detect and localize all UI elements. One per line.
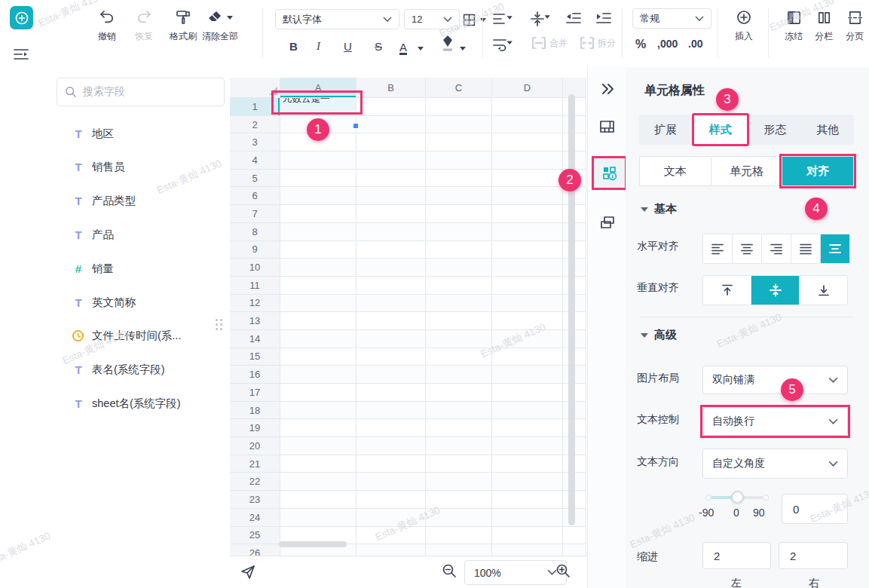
percent-format-button[interactable]: % (635, 38, 646, 51)
table-settings-icon[interactable] (598, 118, 616, 135)
horizontal-scrollbar[interactable] (279, 541, 347, 547)
valign-bottom-button[interactable] (800, 276, 847, 305)
cell[interactable] (492, 187, 563, 205)
field-item[interactable]: T产品类型 (43, 185, 230, 218)
row-header-7[interactable]: 7 (230, 205, 280, 223)
cell[interactable] (356, 455, 426, 473)
cell[interactable] (492, 491, 563, 509)
cell[interactable] (356, 187, 426, 205)
cell[interactable] (356, 98, 426, 116)
row-header-6[interactable]: 6 (230, 187, 280, 205)
cell[interactable] (280, 259, 356, 277)
font-color-button[interactable]: A (399, 35, 407, 55)
clear-all-button[interactable]: 清除全部 (197, 8, 243, 43)
column-header-C[interactable]: C (426, 78, 492, 98)
cell[interactable] (280, 205, 356, 223)
cell[interactable] (426, 223, 492, 241)
cell[interactable] (280, 295, 356, 313)
cell[interactable] (492, 366, 563, 384)
cell[interactable] (426, 133, 492, 152)
valign-top-button[interactable] (703, 276, 751, 305)
row-header-17[interactable]: 17 (230, 384, 280, 402)
underline-button[interactable]: U (344, 35, 352, 53)
cell[interactable] (280, 348, 356, 366)
field-item[interactable]: T英文简称 (43, 286, 230, 319)
cell[interactable] (563, 527, 586, 545)
cell[interactable] (492, 384, 563, 402)
cell[interactable] (356, 277, 426, 295)
row-header-14[interactable]: 14 (230, 330, 280, 348)
cell[interactable] (492, 312, 563, 330)
cell[interactable] (492, 295, 563, 313)
field-item[interactable]: 文件上传时间(系... (43, 320, 230, 353)
row-header-2[interactable]: 2 (230, 116, 280, 134)
cell[interactable] (426, 509, 492, 527)
freeze-button[interactable]: 冻结 (777, 8, 810, 43)
thousands-format-button[interactable]: ,000 (657, 38, 678, 50)
cell[interactable] (426, 384, 492, 402)
collapse-panel-button[interactable] (600, 82, 615, 96)
select-all-corner[interactable] (230, 78, 280, 98)
row-header-4[interactable]: 4 (230, 152, 280, 170)
cell[interactable] (356, 205, 426, 223)
column-header-B[interactable]: B (356, 78, 426, 98)
cell[interactable] (426, 402, 492, 420)
text-control-select[interactable]: 自动换行 (702, 407, 848, 436)
cell[interactable] (492, 527, 563, 545)
cell[interactable] (356, 384, 426, 402)
tab-style[interactable]: 样式 (692, 113, 749, 146)
cell[interactable] (280, 170, 356, 188)
cell[interactable] (426, 312, 492, 330)
split-cells-button[interactable]: 拆分 (580, 36, 626, 50)
segment-text[interactable]: 文本 (640, 157, 711, 185)
cell[interactable] (492, 348, 563, 366)
cell[interactable] (426, 437, 492, 455)
image-layout-select[interactable]: 双向铺满 (702, 366, 848, 394)
cell[interactable] (356, 366, 426, 384)
cell[interactable] (426, 330, 492, 348)
cell[interactable] (492, 455, 563, 473)
cell[interactable] (356, 170, 426, 188)
row-header-3[interactable]: 3 (230, 133, 280, 152)
cell[interactable] (426, 419, 492, 437)
cell[interactable] (492, 437, 563, 455)
font-color-caret[interactable] (418, 42, 424, 53)
cell[interactable] (426, 116, 492, 134)
cell[interactable] (280, 402, 356, 420)
cell[interactable] (356, 152, 426, 170)
tab-shape[interactable]: 形态 (749, 115, 802, 145)
cell[interactable] (280, 473, 356, 491)
cell[interactable] (356, 330, 426, 348)
cell[interactable] (426, 152, 492, 170)
row-header-1[interactable]: 1 (230, 98, 280, 116)
text-wrap-button[interactable] (492, 38, 516, 51)
redo-button[interactable]: 恢复 (127, 8, 161, 43)
vertical-align-button[interactable] (530, 11, 554, 26)
italic-button[interactable]: I (317, 35, 320, 53)
cell[interactable] (426, 491, 492, 509)
font-size-select[interactable]: 12 (404, 9, 460, 29)
row-header-16[interactable]: 16 (230, 366, 280, 384)
row-header-24[interactable]: 24 (230, 509, 280, 527)
cell[interactable] (280, 384, 356, 402)
cell[interactable] (280, 223, 356, 241)
field-item[interactable]: Tsheet名(系统字段) (43, 387, 230, 420)
cell[interactable] (356, 223, 426, 241)
cell[interactable] (492, 170, 563, 188)
cell[interactable] (356, 295, 426, 313)
zoom-in-button[interactable] (555, 563, 571, 578)
new-sheet-button[interactable] (10, 6, 33, 29)
row-header-13[interactable]: 13 (230, 312, 280, 330)
cell[interactable] (426, 170, 492, 188)
row-header-20[interactable]: 20 (230, 437, 280, 455)
cell[interactable] (356, 116, 426, 134)
row-header-11[interactable]: 11 (230, 277, 280, 295)
row-header-5[interactable]: 5 (230, 170, 280, 188)
cell[interactable] (280, 241, 356, 259)
vertical-scrollbar[interactable] (568, 94, 575, 525)
cell[interactable] (356, 527, 426, 545)
row-header-21[interactable]: 21 (230, 455, 280, 473)
tab-extend[interactable]: 扩展 (639, 115, 692, 145)
horizontal-align-button[interactable] (492, 12, 516, 26)
row-header-10[interactable]: 10 (230, 259, 280, 277)
